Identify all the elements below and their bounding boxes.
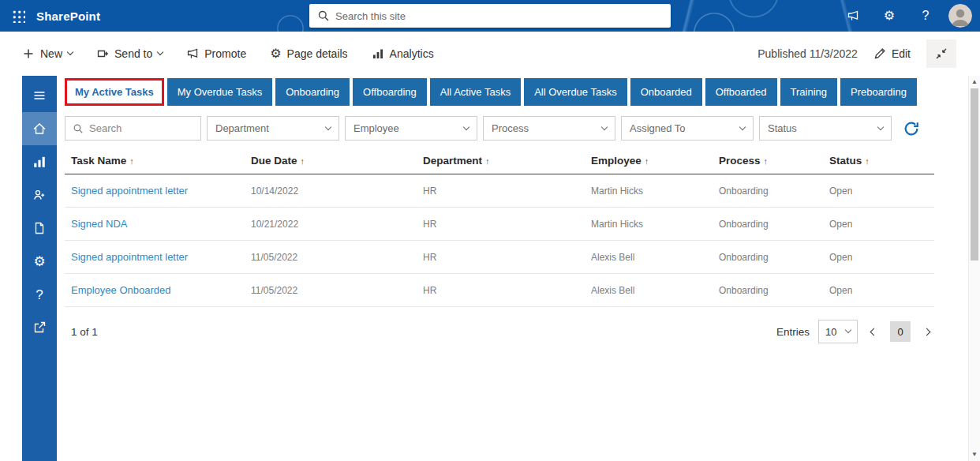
task-name-link[interactable]: Signed appointment letter <box>71 251 188 263</box>
command-bar-right: Published 11/3/2022 Edit <box>757 39 956 68</box>
plus-icon <box>22 47 35 60</box>
tab-offboarded[interactable]: Offboarded <box>705 78 777 106</box>
table-body: Signed appointment letter10/14/2022HRMar… <box>65 174 934 307</box>
filter-dropdown-department[interactable]: Department <box>207 116 339 141</box>
new-button[interactable]: New <box>22 47 73 60</box>
analytics-button[interactable]: Analytics <box>372 47 434 60</box>
tab-onboarded[interactable]: Onboarded <box>630 78 702 106</box>
sidebar-people[interactable] <box>22 178 57 212</box>
column-header-employee[interactable]: Employee↑ <box>585 155 713 167</box>
table-row: Signed NDA10/21/2022HRMartin HicksOnboar… <box>65 208 934 241</box>
department-cell: HR <box>417 219 585 230</box>
vertical-scrollbar[interactable]: ▲ ▼ <box>968 76 980 461</box>
employee-cell: Martin Hicks <box>585 186 713 197</box>
scrollbar-thumb[interactable] <box>971 88 978 260</box>
filter-dropdown-employee[interactable]: Employee <box>345 116 477 141</box>
sidebar-analytics[interactable] <box>22 145 57 178</box>
sidebar-document[interactable] <box>22 212 57 245</box>
task-search-box[interactable] <box>65 116 201 141</box>
suite-header: SharePoint ⚙? <box>0 0 980 32</box>
scroll-up-arrow[interactable]: ▲ <box>969 77 980 87</box>
promote-button[interactable]: Promote <box>186 47 246 60</box>
department-cell: HR <box>417 186 585 197</box>
task-name-link[interactable]: Signed NDA <box>71 218 128 230</box>
site-search-input[interactable] <box>335 10 663 22</box>
column-header-task-name[interactable]: Task Name↑ <box>65 155 245 167</box>
command-label: Analytics <box>390 47 434 60</box>
page-info: 1 of 1 <box>65 326 98 338</box>
command-label: Page details <box>287 47 348 60</box>
table-row: Employee Onboarded11/05/2022HRAlexis Bel… <box>65 274 934 307</box>
gear-icon: ⚙ <box>270 47 281 60</box>
column-header-status[interactable]: Status↑ <box>823 155 934 167</box>
tab-all-overdue-tasks[interactable]: All Overdue Tasks <box>524 78 627 106</box>
tab-training[interactable]: Training <box>780 78 837 106</box>
dropdown-label: Status <box>768 122 797 134</box>
tab-my-active-tasks[interactable]: My Active Tasks <box>65 78 164 106</box>
account-button[interactable] <box>948 4 972 28</box>
filter-dropdown-status[interactable]: Status <box>759 116 892 141</box>
megaphone-button[interactable] <box>844 7 862 24</box>
previous-page-button[interactable] <box>866 326 881 338</box>
column-header-due-date[interactable]: Due Date↑ <box>245 155 417 167</box>
site-search-box[interactable] <box>309 4 671 28</box>
entries-value: 10 <box>825 326 836 338</box>
sidebar-home[interactable] <box>22 112 57 145</box>
dropdown-label: Employee <box>353 122 399 134</box>
sidebar-help[interactable]: ? <box>22 278 57 311</box>
column-header-department[interactable]: Department↑ <box>417 155 585 167</box>
command-label: New <box>40 47 62 60</box>
scroll-down-arrow[interactable]: ▼ <box>969 450 980 459</box>
chevron-down-icon <box>463 123 469 129</box>
task-search-input[interactable] <box>89 122 193 134</box>
entries-select[interactable]: 10 <box>818 320 858 343</box>
status-cell: Open <box>823 252 934 263</box>
topbar-actions: ⚙? <box>844 7 934 24</box>
edit-button[interactable]: Edit <box>873 47 911 60</box>
tab-my-overdue-tasks[interactable]: My Overdue Tasks <box>167 78 272 106</box>
task-name-cell: Signed appointment letter <box>65 251 245 263</box>
menu-icon <box>32 88 47 103</box>
pagination-controls: Entries 10 0 <box>776 320 934 343</box>
sidebar-gear[interactable]: ⚙ <box>22 245 57 278</box>
sort-ascending-icon: ↑ <box>129 156 134 166</box>
tabs-row: My Active TasksMy Overdue TasksOnboardin… <box>65 78 934 106</box>
column-header-process[interactable]: Process↑ <box>713 155 823 167</box>
collapse-button[interactable] <box>926 39 956 68</box>
sort-ascending-icon: ↑ <box>764 156 769 166</box>
gear-button[interactable]: ⚙ <box>881 7 898 24</box>
refresh-button[interactable] <box>903 120 920 137</box>
refresh-icon <box>903 120 920 137</box>
page-details-button[interactable]: ⚙Page details <box>270 47 347 60</box>
filter-dropdown-assigned-to[interactable]: Assigned To <box>621 116 754 141</box>
filter-dropdown-process[interactable]: Process <box>483 116 615 141</box>
tab-preboarding[interactable]: Preboarding <box>840 78 917 106</box>
task-name-cell: Signed appointment letter <box>65 185 245 197</box>
tab-offboarding[interactable]: Offboarding <box>353 78 427 106</box>
sort-ascending-icon: ↑ <box>485 156 490 166</box>
user-avatar <box>948 4 972 28</box>
sharepoint-logo[interactable]: SharePoint <box>36 9 100 23</box>
sort-ascending-icon: ↑ <box>865 156 870 166</box>
document-icon <box>32 221 47 235</box>
tab-onboarding[interactable]: Onboarding <box>275 78 350 106</box>
task-name-link[interactable]: Employee Onboarded <box>71 284 170 296</box>
send-icon <box>96 47 109 60</box>
chevron-down-icon <box>325 123 331 129</box>
task-name-link[interactable]: Signed appointment letter <box>71 185 188 197</box>
entries-label: Entries <box>776 326 810 338</box>
send-to-button[interactable]: Send to <box>96 47 163 60</box>
dropdown-label: Assigned To <box>630 122 686 134</box>
next-page-button[interactable] <box>919 326 934 338</box>
table-row: Signed appointment letter10/14/2022HRMar… <box>65 174 934 208</box>
column-label: Department <box>423 155 482 167</box>
column-label: Employee <box>591 155 641 167</box>
help-button[interactable]: ? <box>917 7 934 24</box>
waffle-icon <box>12 9 25 23</box>
app-launcher-button[interactable] <box>0 0 36 32</box>
sidebar-menu[interactable] <box>22 79 57 112</box>
employee-cell: Martin Hicks <box>585 219 713 230</box>
sidebar-share[interactable] <box>22 311 57 344</box>
current-page-button[interactable]: 0 <box>890 321 911 342</box>
tab-all-active-tasks[interactable]: All Active Tasks <box>430 78 521 106</box>
